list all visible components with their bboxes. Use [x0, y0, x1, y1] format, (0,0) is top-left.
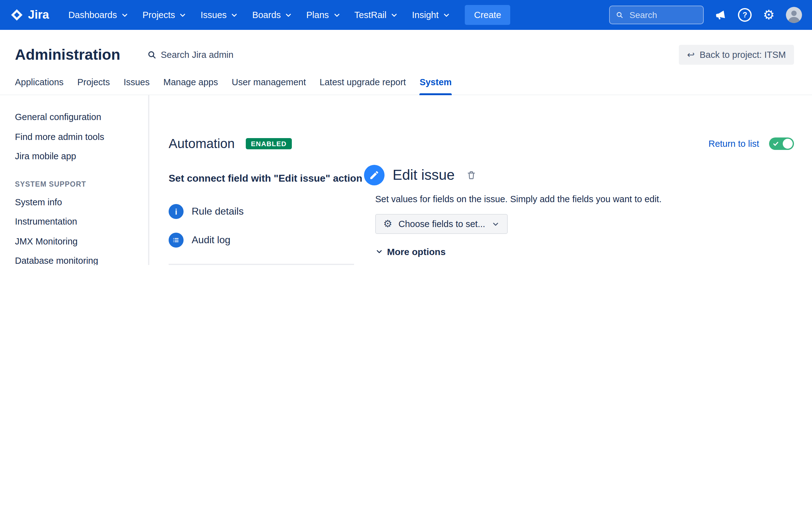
return-to-list-link[interactable]: Return to list	[708, 139, 759, 149]
chevron-down-icon	[443, 11, 450, 19]
edit-issue-panel: Edit issue Set values for fields on the …	[364, 165, 779, 265]
nav-item-projects[interactable]: Projects	[136, 0, 194, 30]
sidebar-section-system-support: SYSTEM SUPPORT	[15, 180, 142, 188]
nav-item-dashboards[interactable]: Dashboards	[62, 0, 136, 30]
sidebar-item-database-monitoring[interactable]: Database monitoring	[15, 252, 142, 265]
nav-item-issues[interactable]: Issues	[194, 0, 245, 30]
tab-system[interactable]: System	[420, 77, 452, 94]
tab-applications[interactable]: Applications	[15, 77, 63, 94]
nav-item-label: Projects	[143, 10, 175, 20]
divider	[169, 264, 354, 265]
toggle-check-icon	[773, 141, 779, 147]
global-search[interactable]	[609, 5, 704, 24]
sidebar-item-system-info[interactable]: System info	[15, 193, 142, 212]
fields-gear-icon: ⚙	[383, 219, 392, 229]
more-options-label: More options	[387, 246, 446, 257]
tab-latest-upgrade-report[interactable]: Latest upgrade report	[319, 77, 406, 94]
tab-user-management[interactable]: User management	[232, 77, 306, 94]
brand-name: Jira	[28, 8, 49, 22]
nav-right-cluster: ? ⚙	[609, 5, 802, 24]
chevron-down-icon	[375, 248, 383, 256]
tab-projects[interactable]: Projects	[77, 77, 110, 94]
settings-gear-icon[interactable]: ⚙	[763, 9, 775, 21]
jira-admin-page: Jira Dashboards Projects Issues Boards P…	[0, 0, 812, 265]
main-content: Automation ENABLED Return to list Set co…	[149, 95, 812, 265]
choose-fields-dropdown[interactable]: ⚙ Choose fields to set...	[375, 214, 508, 234]
status-badge: ENABLED	[246, 138, 291, 149]
search-admin-label: Search Jira admin	[161, 50, 234, 60]
create-button[interactable]: Create	[465, 5, 510, 25]
search-jira-admin-link[interactable]: Search Jira admin	[148, 50, 234, 60]
choose-fields-label: Choose fields to set...	[398, 219, 485, 229]
avatar-image	[786, 7, 802, 23]
search-admin-icon	[148, 50, 157, 59]
sidebar-item-general-configuration[interactable]: General configuration	[15, 108, 142, 127]
back-button-label: Back to project: ITSM	[700, 50, 786, 60]
nav-item-testrail[interactable]: TestRail	[348, 0, 405, 30]
chevron-down-icon	[285, 11, 293, 19]
edit-issue-icon	[364, 165, 385, 186]
audit-log-link[interactable]: Audit log	[169, 233, 354, 248]
nav-item-label: TestRail	[354, 10, 387, 20]
search-icon	[616, 11, 623, 19]
automation-title: Automation	[169, 136, 235, 151]
page-title: Administration	[15, 46, 120, 64]
jira-logo-icon	[10, 8, 24, 22]
back-to-project-button[interactable]: ↩ Back to project: ITSM	[679, 45, 794, 65]
edit-issue-body: Set values for fields on the issue. Simp…	[375, 194, 779, 265]
more-options-toggle[interactable]: More options	[375, 246, 779, 257]
edit-issue-description: Set values for fields on the issue. Simp…	[375, 194, 779, 204]
toggle-knob	[783, 139, 793, 149]
tab-issues[interactable]: Issues	[124, 77, 150, 94]
system-sidebar: General configuration Find more admin to…	[0, 95, 149, 265]
nav-item-label: Plans	[306, 10, 329, 20]
nav-item-plans[interactable]: Plans	[300, 0, 348, 30]
rule-name: Set connect field with "Edit issue" acti…	[169, 171, 374, 186]
top-navigation: Jira Dashboards Projects Issues Boards P…	[0, 0, 812, 30]
nav-item-insight[interactable]: Insight	[405, 0, 457, 30]
back-arrow-icon: ↩	[687, 50, 694, 60]
megaphone-icon[interactable]	[714, 8, 728, 22]
nav-item-label: Insight	[412, 10, 438, 20]
chevron-down-icon	[179, 11, 187, 19]
sidebar-item-jmx-monitoring[interactable]: JMX Monitoring	[15, 232, 142, 252]
edit-issue-title: Edit issue	[393, 167, 454, 183]
sidebar-item-find-more-admin-tools[interactable]: Find more admin tools	[15, 127, 142, 147]
chevron-down-icon	[231, 11, 238, 19]
rule-details-link[interactable]: i Rule details	[169, 204, 354, 219]
tab-manage-apps[interactable]: Manage apps	[163, 77, 218, 94]
chevron-down-icon	[492, 220, 499, 228]
chevron-down-icon	[390, 11, 398, 19]
trash-icon	[466, 171, 476, 180]
admin-header: Administration Search Jira admin ↩ Back …	[0, 30, 812, 65]
info-icon: i	[169, 204, 184, 219]
audit-log-icon	[169, 233, 184, 248]
nav-item-label: Issues	[201, 10, 227, 20]
audit-log-label: Audit log	[192, 235, 231, 246]
chevron-down-icon	[121, 11, 129, 19]
nav-item-label: Boards	[252, 10, 281, 20]
sidebar-item-instrumentation[interactable]: Instrumentation	[15, 212, 142, 232]
help-icon[interactable]: ?	[738, 8, 752, 22]
jira-home-link[interactable]: Jira	[10, 8, 49, 22]
rule-details-label: Rule details	[192, 206, 244, 217]
user-avatar[interactable]	[786, 7, 802, 23]
search-input[interactable]	[628, 9, 697, 20]
rule-editor-columns: Set connect field with "Edit issue" acti…	[169, 165, 794, 265]
edit-issue-header: Edit issue	[364, 165, 779, 186]
rule-nav: i Rule details Audit log	[169, 204, 354, 248]
nav-item-label: Dashboards	[69, 10, 117, 20]
chevron-down-icon	[333, 11, 341, 19]
sidebar-item-jira-mobile-app[interactable]: Jira mobile app	[15, 147, 142, 166]
delete-action-button[interactable]	[466, 171, 476, 180]
automation-header: Automation ENABLED Return to list	[169, 136, 794, 151]
nav-item-boards[interactable]: Boards	[245, 0, 300, 30]
rule-enabled-toggle[interactable]	[769, 137, 794, 150]
body: General configuration Find more admin to…	[0, 95, 812, 265]
rule-left-column: Set connect field with "Edit issue" acti…	[169, 165, 354, 265]
admin-tab-bar: Applications Projects Issues Manage apps…	[0, 77, 812, 95]
